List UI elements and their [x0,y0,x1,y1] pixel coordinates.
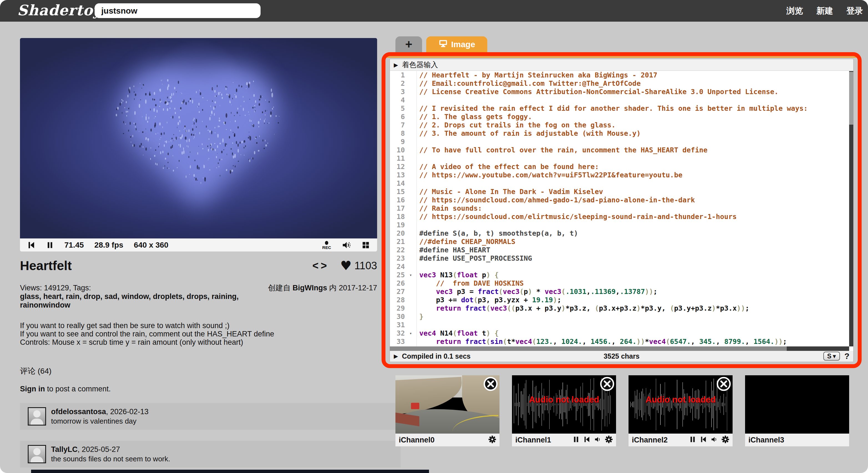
nav-item-0[interactable]: 浏览 [786,5,803,17]
skipback-icon[interactable] [583,436,590,444]
avatar [28,445,46,463]
vertical-scrollbar[interactable] [849,71,853,347]
channel-slot-3[interactable]: iChannel3 [745,375,849,446]
comment-text: the sounds files do not seem to work. [51,455,170,463]
precision-select[interactable]: S▾ [823,352,840,361]
code-line[interactable]: 31▾ [390,321,853,329]
add-tab-button[interactable]: + [396,36,422,53]
code-line[interactable]: 29▾ return fract(vec3((p3.x + p3.y)*p3.z… [390,304,853,313]
code-line[interactable]: 1▾// Heartfelt - by Martijn Steinrucken … [390,71,853,79]
code-line[interactable]: 21▾//#define CHEAP_NORMALS [390,238,853,246]
pause-button[interactable] [46,241,54,249]
code-line[interactable]: 30▾} [390,313,853,321]
line-number: 3 [390,88,406,96]
shader-canvas[interactable] [20,38,377,238]
author-name[interactable]: BigWIngs [292,284,327,292]
compile-arrow-icon[interactable]: ▶ [394,353,398,359]
comment-author[interactable]: ofdelossantosa [51,408,106,416]
nav-item-2[interactable]: 登录 [846,5,863,17]
gear-icon[interactable] [605,436,613,444]
top-bar: Shadertoy 浏览新建登录 [0,0,868,22]
code-line[interactable]: 14▾ [390,179,853,188]
code-line[interactable]: 22▾#define HAS_HEART [390,246,853,254]
gear-icon[interactable] [488,436,496,444]
shadertoy-logo[interactable]: Shadertoy [17,2,101,19]
code-line[interactable]: 27▾ vec3 p3 = fract(vec3(p) * vec3(.1031… [390,288,853,296]
help-button[interactable]: ? [844,351,849,361]
signin-rest: to post a comment. [45,385,111,393]
code-line[interactable]: 12▾// A video of the effect can be found… [390,162,853,171]
code-line[interactable]: 9▾ [390,138,853,146]
channel-media-1[interactable]: Audio not loaded [512,375,616,434]
line-number: 17 [390,204,406,213]
code-line[interactable]: 20▾#define S(a, b, t) smoothstep(a, b, t… [390,229,853,238]
channel-media-3[interactable] [745,375,849,434]
line-number: 2 [390,79,406,88]
comment-author[interactable]: TallyLC [51,445,78,453]
volume-icon[interactable] [711,436,718,444]
line-number: 10 [390,146,406,154]
code-line[interactable]: 26▾ // from DAVE HOSKINS [390,279,853,288]
vertical-scrollbar-thumb[interactable] [849,72,853,125]
channel-media-2[interactable]: Audio not loaded [628,375,733,434]
like-heart-icon[interactable]: ♥ [340,258,351,273]
tags-line-2[interactable]: rainonwindow [20,301,377,309]
nav-item-1[interactable]: 新建 [816,5,833,17]
code-line[interactable]: 13▾// https://www.youtube.com/watch?v=ui… [390,171,853,179]
playback-time[interactable]: 71.45 [64,241,84,249]
code-line[interactable]: 8▾// 3. The amount of rain is adjustable… [390,129,853,138]
code-line[interactable]: 7▾// 2. Drops cut trails in the fog on t… [390,121,853,129]
fullscreen-button[interactable] [362,241,370,249]
close-icon[interactable] [483,376,498,392]
channel-media-0[interactable] [396,375,499,434]
code-line[interactable]: 24▾ [390,263,853,271]
fold-marker-icon[interactable]: ▾ [406,329,415,337]
channel-slot-2[interactable]: Audio not loaded iChannel2 [628,375,733,446]
shader-inputs-toggle[interactable]: ▶ 着色器输入 [390,59,853,71]
rewind-button[interactable] [27,241,35,249]
close-icon[interactable] [716,376,731,392]
fold-marker-icon[interactable]: ▾ [406,271,415,279]
code-line[interactable]: 10▾// To have full control over the rain… [390,146,853,154]
code-line[interactable]: 33▾ return fract(sin(t*vec4(123., 1024.,… [390,337,853,346]
code-line[interactable]: 28▾ p3 += dot(p3, p3.yzx + 19.19); [390,296,853,304]
pause-icon[interactable] [689,436,696,444]
code-line[interactable]: 17▾// Rain sounds: [390,204,853,213]
record-button[interactable]: REC [322,241,331,249]
skipback-icon[interactable] [700,436,707,444]
gear-icon[interactable] [721,436,729,444]
channel-slot-0[interactable]: iChannel0 [396,375,499,446]
code-line[interactable]: 16▾// https://soundcloud.com/ahmed-gado-… [390,196,853,204]
search-input[interactable] [95,3,260,18]
code-line[interactable]: 2▾// Email:countfrolic@gmail.com Twitter… [390,79,853,88]
tags-line-1[interactable]: glass, heart, rain, drop, sad, window, d… [20,292,377,301]
code-editor[interactable]: 1▾// Heartfelt - by Martijn Steinrucken … [390,71,853,347]
code-line[interactable]: 5▾// I revisited the rain effect I did f… [390,105,853,113]
embed-icon[interactable]: <> [312,260,329,272]
horizontal-scrollbar-thumb[interactable] [390,347,787,351]
code-line[interactable]: 23▾#define USE_POST_PROCESSING [390,254,853,263]
pause-icon[interactable] [572,436,580,444]
code-line[interactable]: 32▾vec4 N14(float t) { [390,329,853,337]
code-line[interactable]: 6▾// 1. The glass gets foggy. [390,113,853,121]
line-number: 28 [390,296,406,304]
code-line[interactable]: 18▾// https://soundcloud.com/elirtmusic/… [390,213,853,221]
line-number: 25 [390,271,406,279]
code-line[interactable]: 25▾vec3 N13(float p) { [390,271,853,279]
code-line[interactable]: 11▾ [390,154,853,162]
channel-slot-1[interactable]: Audio not loaded iChannel1 [512,375,616,446]
volume-icon[interactable] [594,436,601,444]
tab-image[interactable]: Image [426,36,487,53]
compile-status: Compiled in 0.1 secs [402,352,470,360]
header-nav: 浏览新建登录 [786,0,863,22]
code-line[interactable]: 19▾ [390,221,853,229]
channel-footer: iChannel3 [745,434,849,446]
signin-link[interactable]: Sign in [20,385,45,393]
code-line[interactable]: 3▾// License Creative Commons Attributio… [390,88,853,96]
close-icon[interactable] [600,376,615,392]
code-line[interactable]: 4▾ [390,96,853,105]
code-line[interactable]: 15▾// Music - Alone In The Dark - Vadim … [390,188,853,196]
line-number: 15 [390,188,406,196]
horizontal-scrollbar[interactable] [390,347,853,351]
volume-button[interactable] [342,240,351,250]
